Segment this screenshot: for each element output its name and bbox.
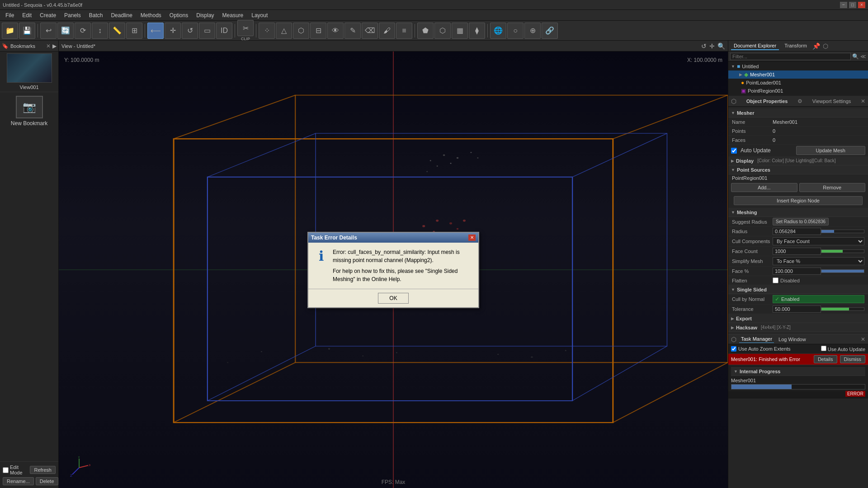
search-input[interactable] bbox=[730, 53, 851, 60]
auto-update-checkbox[interactable] bbox=[731, 148, 737, 154]
update-mesh-button[interactable]: Update Mesh bbox=[796, 146, 866, 155]
tab-transform[interactable]: Transform bbox=[782, 42, 810, 50]
menu-layout[interactable]: Layout bbox=[248, 11, 271, 19]
menu-methods[interactable]: Methods bbox=[137, 11, 165, 19]
tb-points-button[interactable]: ⁘ bbox=[259, 23, 275, 39]
close-button[interactable]: × bbox=[858, 2, 865, 8]
expand-icon[interactable]: ⬡ bbox=[823, 42, 828, 50]
radius-input[interactable] bbox=[773, 228, 821, 235]
clip-button[interactable]: ✂ bbox=[237, 20, 254, 36]
internal-progress-header[interactable]: ▼ Internal Progress bbox=[731, 367, 865, 376]
tb-mesh-button[interactable]: ⬟ bbox=[417, 23, 434, 39]
tb-scale-button[interactable]: ↕ bbox=[92, 23, 108, 39]
menu-file[interactable]: File bbox=[2, 11, 18, 19]
search-button[interactable]: 🔍 bbox=[852, 53, 859, 60]
cull-components-select[interactable]: By Face Count bbox=[773, 237, 864, 245]
props-close-icon[interactable]: ✕ bbox=[861, 98, 865, 104]
dismiss-button[interactable]: Dismiss bbox=[840, 355, 866, 363]
flatten-checkbox[interactable] bbox=[773, 277, 778, 283]
collapse-icon[interactable]: ≪ bbox=[860, 53, 866, 60]
radius-slider[interactable] bbox=[821, 230, 865, 233]
mesher-section-header[interactable]: ▼ Mesher bbox=[728, 108, 868, 117]
tb-link-button[interactable]: 🔗 bbox=[542, 23, 558, 39]
tb-rotate-button[interactable]: 🔄 bbox=[57, 23, 74, 39]
menu-panels[interactable]: Panels bbox=[61, 11, 85, 19]
tree-pointloader001[interactable]: ● PointLoader001 bbox=[728, 79, 868, 87]
refresh-button[interactable]: Refresh bbox=[30, 466, 56, 474]
export-section-header[interactable]: ▶ Export bbox=[728, 314, 868, 323]
tree-root[interactable]: ▼ ■ Untitled bbox=[728, 62, 868, 70]
tb-mesh3-button[interactable]: ▦ bbox=[452, 23, 468, 39]
tb-select-button[interactable]: ↩ bbox=[40, 23, 57, 39]
tb-poly-button[interactable]: ⬡ bbox=[293, 23, 309, 39]
tree-pointregion001[interactable]: ▣ PointRegion001 bbox=[728, 87, 868, 95]
meshing-section-header[interactable]: ▼ Meshing bbox=[728, 208, 868, 217]
bookmark-close[interactable]: ✕ bbox=[46, 43, 51, 49]
tb-save-button[interactable]: 💾 bbox=[19, 23, 35, 39]
insert-region-button[interactable]: Insert Region Node bbox=[734, 196, 863, 205]
point-sources-section-header[interactable]: ▼ Point Sources bbox=[728, 165, 868, 174]
tb-sphere-button[interactable]: ○ bbox=[507, 23, 524, 39]
tb-open-button[interactable]: 📁 bbox=[2, 23, 18, 39]
menu-batch[interactable]: Batch bbox=[85, 11, 107, 19]
vp-search-icon[interactable]: 🔍 bbox=[717, 42, 725, 50]
vp-refresh-icon[interactable]: ↺ bbox=[701, 42, 707, 50]
tab-document-explorer[interactable]: Document Explorer bbox=[731, 42, 779, 50]
viewport[interactable]: View - Untitled* ↺ ✛ 🔍 bbox=[59, 41, 728, 488]
edit-mode-checkbox[interactable] bbox=[3, 467, 9, 473]
menu-measure[interactable]: Measure bbox=[219, 11, 247, 19]
rename-button[interactable]: Rename... bbox=[3, 477, 34, 485]
tb-classify-button[interactable]: ≡ bbox=[396, 23, 412, 39]
task-close-icon[interactable]: ✕ bbox=[861, 336, 865, 343]
auto-zoom-checkbox[interactable] bbox=[731, 346, 736, 352]
vp-add-icon[interactable]: ✛ bbox=[709, 42, 715, 50]
face-pct-input[interactable] bbox=[773, 267, 821, 275]
minimize-button[interactable]: − bbox=[840, 2, 847, 8]
tb-frame-button[interactable]: ▭ bbox=[199, 23, 215, 39]
menu-edit[interactable]: Edit bbox=[19, 11, 35, 19]
menu-display[interactable]: Display bbox=[193, 11, 217, 19]
task-expand-icon[interactable]: ⬡ bbox=[731, 336, 736, 343]
details-button[interactable]: Details bbox=[814, 355, 837, 363]
viewport-canvas[interactable]: Y: 100.0000 m X: 100.0000 m FPS: Max X Y… bbox=[59, 52, 728, 488]
viewport-settings-btn[interactable]: Viewport Settings bbox=[812, 99, 851, 104]
props-gear-icon[interactable]: ⚙ bbox=[797, 98, 802, 104]
tab-log-window[interactable]: Log Window bbox=[777, 336, 808, 343]
tb-refresh-button[interactable]: ↺ bbox=[182, 23, 198, 39]
remove-button[interactable]: Remove bbox=[799, 183, 866, 192]
ok-button[interactable]: OK bbox=[378, 293, 408, 304]
auto-update-task-checkbox[interactable] bbox=[821, 346, 826, 351]
pin-icon[interactable]: 📌 bbox=[812, 42, 820, 50]
display-section-header[interactable]: ▶ Display [Color: Color] [Use Lighting][… bbox=[728, 156, 868, 165]
tb-mesh4-button[interactable]: ⧫ bbox=[469, 23, 485, 39]
menu-create[interactable]: Create bbox=[36, 11, 60, 19]
tb-eye-button[interactable]: 👁 bbox=[327, 23, 344, 39]
tb-mesh2-button[interactable]: ⬡ bbox=[434, 23, 451, 39]
tb-paint-button[interactable]: 🖌 bbox=[379, 23, 395, 39]
tb-move-button[interactable]: ⟳ bbox=[75, 23, 91, 39]
tab-task-manager[interactable]: Task Manager bbox=[739, 335, 774, 343]
bookmark-view001[interactable]: View001 bbox=[0, 52, 58, 92]
tb-arrow-button[interactable]: ⟵ bbox=[147, 23, 164, 39]
tb-crop-button[interactable]: ⊟ bbox=[310, 23, 326, 39]
tolerance-input[interactable] bbox=[773, 305, 821, 313]
face-count-input[interactable] bbox=[773, 248, 821, 255]
menu-deadline[interactable]: Deadline bbox=[107, 11, 136, 19]
menu-options[interactable]: Options bbox=[166, 11, 192, 19]
tb-cross-button[interactable]: ✛ bbox=[165, 23, 181, 39]
maximize-button[interactable]: □ bbox=[849, 2, 856, 8]
dialog-close-button[interactable]: ✕ bbox=[468, 235, 476, 241]
tb-id-button[interactable]: ID bbox=[216, 23, 232, 39]
tb-brush-button[interactable]: ✎ bbox=[344, 23, 361, 39]
tb-nav-button[interactable]: ⊕ bbox=[524, 23, 541, 39]
props-expand-icon[interactable]: ⬡ bbox=[731, 98, 736, 105]
delete-button[interactable]: Delete bbox=[36, 477, 58, 485]
tb-eraser-button[interactable]: ⌫ bbox=[362, 23, 378, 39]
simplify-mesh-select[interactable]: To Face % bbox=[773, 257, 864, 265]
face-pct-slider[interactable] bbox=[821, 269, 865, 273]
tb-grid-button[interactable]: ⊞ bbox=[126, 23, 142, 39]
add-button[interactable]: Add... bbox=[731, 183, 797, 192]
tb-measure-button[interactable]: 📏 bbox=[109, 23, 125, 39]
set-radius-button[interactable]: Set Radius to 0.0562836 bbox=[773, 218, 829, 225]
new-bookmark-item[interactable]: 📷 New Bookmark bbox=[0, 92, 58, 130]
